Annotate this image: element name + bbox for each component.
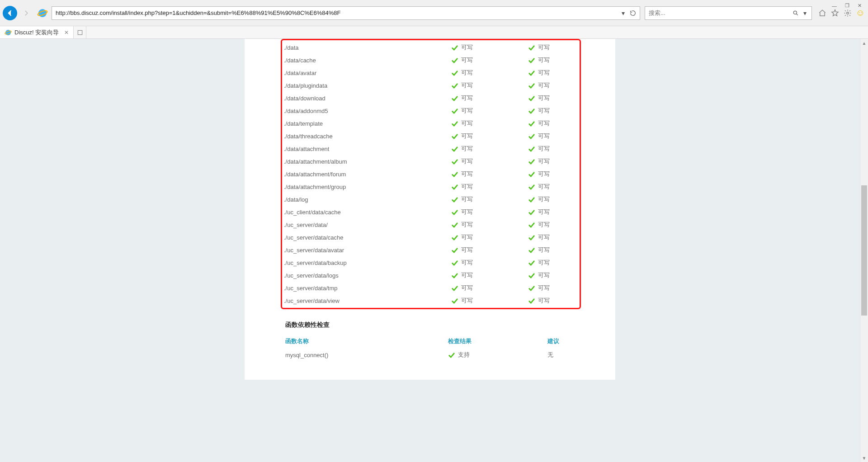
permissions-status-a: 可写 bbox=[451, 79, 528, 92]
address-bar-buttons: ▾ bbox=[616, 9, 640, 17]
vertical-scrollbar[interactable]: ▲ ▼ bbox=[860, 39, 868, 462]
check-icon bbox=[448, 352, 455, 358]
permissions-status-a: 可写 bbox=[451, 206, 528, 218]
permissions-path: ./uc_server/data/avatar bbox=[284, 244, 451, 256]
check-icon bbox=[451, 197, 458, 203]
permissions-path: ./data/attachment/forum bbox=[284, 168, 451, 180]
permissions-status-a: 可写 bbox=[451, 168, 528, 180]
permissions-status-b: 可写 bbox=[528, 282, 578, 294]
window-minimize-button[interactable]: — bbox=[832, 3, 837, 9]
check-icon bbox=[528, 260, 535, 266]
search-bar[interactable]: ▾ bbox=[645, 6, 812, 20]
check-icon bbox=[528, 57, 535, 64]
scrollbar-thumb[interactable] bbox=[861, 185, 867, 316]
permissions-path: ./uc_server/data/backup bbox=[284, 256, 451, 269]
check-icon bbox=[528, 247, 535, 254]
permissions-row: ./data/plugindata可写可写 bbox=[284, 79, 578, 92]
settings-gear-icon[interactable] bbox=[843, 8, 853, 18]
function-check-title: 函数依赖性检查 bbox=[285, 321, 575, 329]
search-icon[interactable] bbox=[792, 9, 800, 17]
check-icon bbox=[451, 57, 458, 64]
toolbar-icons: ☺ bbox=[817, 8, 865, 18]
permissions-status-b: 可写 bbox=[528, 117, 578, 130]
check-icon bbox=[451, 171, 458, 178]
home-icon[interactable] bbox=[817, 8, 827, 18]
permissions-status-b: 可写 bbox=[528, 66, 578, 79]
permissions-row: ./data/attachment/group可写可写 bbox=[284, 180, 578, 193]
permissions-status-a: 可写 bbox=[451, 54, 528, 66]
check-icon bbox=[528, 146, 535, 152]
permissions-path: ./data/attachment/album bbox=[284, 155, 451, 168]
function-check-table: 函数名称 检查结果 建议 mysql_connect()支持无 bbox=[285, 335, 575, 362]
permissions-row: ./data/download可写可写 bbox=[284, 92, 578, 104]
check-icon bbox=[528, 222, 535, 228]
permissions-row: ./uc_client/data/cache可写可写 bbox=[284, 206, 578, 218]
permissions-status-b: 可写 bbox=[528, 269, 578, 282]
permissions-status-b: 可写 bbox=[528, 92, 578, 104]
search-input[interactable] bbox=[645, 7, 789, 19]
check-icon bbox=[451, 209, 458, 216]
search-dropdown-icon[interactable]: ▾ bbox=[801, 9, 809, 17]
check-icon bbox=[528, 95, 535, 102]
permissions-status-b: 可写 bbox=[528, 180, 578, 193]
permissions-path: ./data bbox=[284, 41, 451, 54]
check-icon bbox=[528, 273, 535, 279]
new-tab-button[interactable] bbox=[74, 26, 86, 38]
check-icon bbox=[528, 285, 535, 292]
permissions-row: ./uc_server/data/tmp可写可写 bbox=[284, 282, 578, 294]
permissions-status-a: 可写 bbox=[451, 104, 528, 117]
browser-tab[interactable]: Discuz! 安装向导 ✕ bbox=[0, 26, 74, 38]
permissions-path: ./uc_server/data/ bbox=[284, 218, 451, 231]
permissions-status-b: 可写 bbox=[528, 130, 578, 142]
permissions-row: ./data/avatar可写可写 bbox=[284, 66, 578, 79]
window-maximize-button[interactable]: ❐ bbox=[845, 3, 849, 9]
permissions-status-b: 可写 bbox=[528, 231, 578, 244]
address-input[interactable] bbox=[52, 7, 616, 19]
permissions-path: ./uc_server/data/tmp bbox=[284, 282, 451, 294]
feedback-smile-icon[interactable]: ☺ bbox=[855, 8, 865, 18]
check-icon bbox=[528, 133, 535, 140]
check-icon bbox=[528, 209, 535, 216]
permissions-row: ./uc_server/data/cache可写可写 bbox=[284, 231, 578, 244]
permissions-status-b: 可写 bbox=[528, 54, 578, 66]
permissions-row: ./uc_server/data/logs可写可写 bbox=[284, 269, 578, 282]
back-button[interactable] bbox=[3, 6, 17, 20]
refresh-icon[interactable] bbox=[629, 9, 637, 17]
scrollbar-track[interactable] bbox=[860, 47, 868, 454]
tab-close-icon[interactable]: ✕ bbox=[64, 29, 69, 36]
dropdown-icon[interactable]: ▾ bbox=[619, 9, 627, 17]
permissions-status-a: 可写 bbox=[451, 130, 528, 142]
check-icon bbox=[451, 159, 458, 165]
permissions-row: ./data/cache可写可写 bbox=[284, 54, 578, 66]
check-icon bbox=[528, 197, 535, 203]
permissions-path: ./data/template bbox=[284, 117, 451, 130]
svg-point-3 bbox=[847, 12, 849, 14]
permissions-row: ./data/log可写可写 bbox=[284, 193, 578, 206]
function-result: 支持 bbox=[448, 348, 547, 362]
function-name: mysql_connect() bbox=[285, 348, 448, 362]
check-icon bbox=[528, 159, 535, 165]
permissions-path: ./data/cache bbox=[284, 54, 451, 66]
search-bar-buttons: ▾ bbox=[789, 9, 811, 17]
permissions-status-a: 可写 bbox=[451, 244, 528, 256]
window-close-button[interactable]: ✕ bbox=[858, 3, 862, 9]
address-bar[interactable]: ▾ bbox=[52, 6, 640, 20]
check-icon bbox=[451, 184, 458, 190]
permissions-row: ./uc_server/data/backup可写可写 bbox=[284, 256, 578, 269]
permissions-path: ./data/avatar bbox=[284, 66, 451, 79]
permissions-path: ./data/addonmd5 bbox=[284, 104, 451, 117]
forward-button[interactable] bbox=[19, 6, 33, 20]
check-icon bbox=[451, 285, 458, 292]
permissions-row: ./data/addonmd5可写可写 bbox=[284, 104, 578, 117]
window-controls: — ❐ ✕ bbox=[832, 0, 868, 9]
favorites-icon[interactable] bbox=[830, 8, 840, 18]
permissions-status-a: 可写 bbox=[451, 231, 528, 244]
permissions-path: ./data/attachment/group bbox=[284, 180, 451, 193]
permissions-path: ./uc_server/data/logs bbox=[284, 269, 451, 282]
permissions-row: ./data/attachment/album可写可写 bbox=[284, 155, 578, 168]
scroll-up-icon[interactable]: ▲ bbox=[860, 39, 868, 47]
scroll-down-icon[interactable]: ▼ bbox=[860, 454, 868, 462]
permissions-status-b: 可写 bbox=[528, 155, 578, 168]
check-icon bbox=[451, 121, 458, 127]
check-icon bbox=[451, 45, 458, 51]
